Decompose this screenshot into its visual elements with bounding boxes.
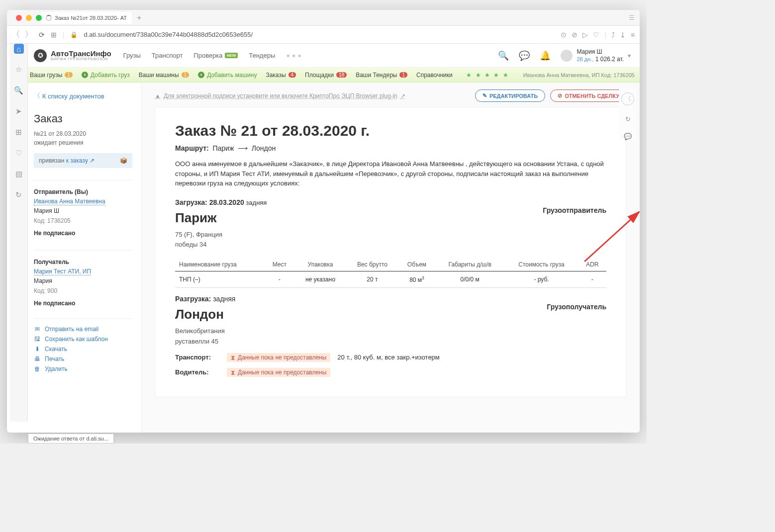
action-delete[interactable]: 🗑Удалить bbox=[34, 365, 132, 372]
subnav-add-cargo[interactable]: + Добавить груз bbox=[82, 72, 130, 79]
recipient-name-link[interactable]: Мария Тест АТИ, ИП bbox=[34, 268, 91, 275]
sender-code: Код: 1736205 bbox=[34, 216, 132, 226]
sidebar-heart-icon[interactable]: ♡ bbox=[14, 148, 24, 158]
recipient-sign-status: Не подписано bbox=[34, 299, 132, 308]
subnav-your-cargo[interactable]: Ваши грузы 1 bbox=[30, 72, 73, 79]
user-balance: 1 026.2 ат. bbox=[595, 56, 624, 63]
recipient-code: Код: 900 bbox=[34, 286, 132, 296]
tab-title: Заказ №21от 28.03.2020- АТ bbox=[55, 15, 127, 21]
user-days: 28 дн., bbox=[577, 56, 593, 62]
header-search-icon[interactable]: 🔍 bbox=[498, 50, 509, 61]
back-icon[interactable]: 〈 bbox=[12, 29, 20, 40]
driver-pending: ⧗Данные пока не предоставлены bbox=[227, 368, 330, 377]
nav-more-icon[interactable]: ● ● ● bbox=[286, 52, 301, 59]
site-logo[interactable]: ✪ АвтоТрансИнфо БИРЖА ГРУЗОПЕРЕВОЗОК bbox=[34, 49, 111, 62]
sender-role-label: Грузоотправитель bbox=[543, 206, 606, 214]
chevron-down-icon: ▾ bbox=[628, 52, 631, 59]
sidebar-search-icon[interactable]: 🔍 bbox=[14, 86, 24, 95]
sidebar-shield-icon[interactable]: ☆ bbox=[14, 65, 24, 75]
back-to-list-link[interactable]: 〈 К списку документов bbox=[34, 91, 132, 100]
document-preamble: ООО анна именуемое в дальнейшем «Заказчи… bbox=[175, 159, 606, 188]
browser-tab[interactable]: Заказ №21от 28.03.2020- АТ bbox=[41, 12, 132, 24]
camera-icon[interactable]: ⊙ bbox=[561, 31, 567, 39]
collapse-right-icon[interactable]: 〈 bbox=[621, 92, 634, 105]
download-icon[interactable]: ⤓ bbox=[620, 31, 626, 39]
order-number: №21 от 28.03.2020 bbox=[34, 129, 132, 138]
plus-icon: + bbox=[198, 72, 204, 78]
block-icon[interactable]: ⊘ bbox=[572, 31, 578, 39]
header-chat-icon[interactable]: 💬 bbox=[519, 50, 530, 61]
apps-grid-icon[interactable]: ⊞ bbox=[51, 31, 57, 39]
crypto-warning-link[interactable]: ▲ Для электронной подписи установите или… bbox=[155, 92, 405, 99]
plus-icon: + bbox=[82, 72, 88, 78]
share-icon[interactable]: ⤴ bbox=[611, 31, 615, 39]
sidebar-history-icon[interactable]: ↻ bbox=[14, 190, 24, 200]
user-menu[interactable]: Мария Ш 28 дн., 1 026.2 ат. ▾ bbox=[561, 48, 631, 63]
lock-icon: 🔒 bbox=[70, 31, 78, 38]
nav-check[interactable]: Проверка NEW bbox=[194, 52, 238, 59]
right-chat-icon[interactable]: 💬 bbox=[624, 133, 632, 140]
recipient-role-label: Грузополучатель bbox=[547, 303, 606, 311]
download-icon: ⬇ bbox=[34, 346, 41, 353]
user-name: Мария Ш bbox=[577, 48, 624, 55]
panel-title: Заказ bbox=[34, 112, 132, 125]
sidebar-list-icon[interactable]: ▤ bbox=[14, 169, 24, 179]
action-download[interactable]: ⬇Скачать bbox=[34, 346, 132, 353]
new-tab-button[interactable]: + bbox=[137, 13, 141, 22]
separator: | bbox=[63, 31, 64, 38]
trash-icon: 🗑 bbox=[34, 365, 41, 372]
action-email[interactable]: ✉Отправить на email bbox=[34, 326, 132, 333]
edit-button[interactable]: ✎РЕДАКТИРОВАТЬ bbox=[475, 89, 545, 102]
warning-icon: ▲ bbox=[155, 92, 161, 99]
window-close-icon[interactable] bbox=[16, 15, 22, 21]
tabs-menu-icon[interactable]: ☰ bbox=[629, 14, 635, 21]
window-max-icon[interactable] bbox=[36, 15, 42, 21]
logo-title: АвтоТрансИнфо bbox=[51, 50, 111, 57]
print-icon: 🖶 bbox=[34, 355, 41, 362]
action-print[interactable]: 🖶Печать bbox=[34, 355, 132, 362]
document-title: Заказ № 21 от 28.03.2020 г. bbox=[175, 122, 606, 139]
loading-spinner-icon bbox=[46, 15, 52, 21]
play-icon[interactable]: ▷ bbox=[582, 31, 588, 39]
sender-label: Отправитель (Вы) bbox=[34, 187, 132, 197]
action-save-template[interactable]: 🖫Сохранить как шаблон bbox=[34, 336, 132, 343]
forward-icon[interactable]: 〉 bbox=[25, 29, 33, 40]
header-bell-icon[interactable]: 🔔 bbox=[540, 50, 551, 61]
subnav-directories[interactable]: Справочники bbox=[416, 72, 453, 79]
save-icon: 🖫 bbox=[34, 336, 41, 343]
transport-pending: ⧗Данные пока не предоставлены bbox=[227, 353, 330, 362]
nav-transport[interactable]: Транспорт bbox=[152, 52, 183, 59]
nav-cargo[interactable]: Грузы bbox=[123, 52, 141, 59]
sidebar-grid-icon[interactable]: ⊞ bbox=[14, 127, 24, 137]
subnav-your-trucks[interactable]: Ваши машины 1 bbox=[139, 72, 189, 79]
reload-icon[interactable]: ⟳ bbox=[39, 31, 45, 39]
right-history-icon[interactable]: ↻ bbox=[625, 115, 631, 123]
linked-order-chip[interactable]: привязан к заказу ↗ 📦 bbox=[34, 153, 132, 168]
pencil-icon: ✎ bbox=[483, 92, 487, 99]
menu-icon[interactable]: ≡ bbox=[631, 31, 635, 39]
sidebar-home-icon[interactable]: ⌂ bbox=[14, 44, 24, 54]
sidebar-send-icon[interactable]: ➤ bbox=[14, 106, 24, 116]
table-row: ТНП (–) - не указано 20 т 80 м3 0/0/0 м … bbox=[175, 271, 606, 288]
box-icon: 📦 bbox=[120, 157, 127, 164]
hourglass-icon: ⧗ bbox=[231, 369, 235, 376]
titlebar: Заказ №21от 28.03.2020- АТ + ☰ bbox=[7, 10, 640, 26]
sender-name-link[interactable]: Иванова Анна Матвеевна bbox=[34, 198, 105, 205]
subnav-platforms[interactable]: Площадки 18 bbox=[305, 72, 347, 79]
subnav-user-info: Иванова Анна Матвеевна, ИП Код: 1736205 bbox=[523, 72, 635, 78]
logo-mark-icon: ✪ bbox=[34, 49, 47, 62]
forbid-icon: ⊘ bbox=[558, 92, 562, 99]
hourglass-icon: ⧗ bbox=[231, 354, 235, 361]
cancel-deal-button[interactable]: ⊘ОТМЕНИТЬ СДЕЛКУ bbox=[550, 89, 627, 102]
address-bar[interactable]: d.ati.su/document/738a00c39e744b04888d5d… bbox=[84, 31, 555, 38]
window-min-icon[interactable] bbox=[26, 15, 32, 21]
subnav-orders[interactable]: Заказы 4 bbox=[266, 72, 296, 79]
subnav-your-tenders[interactable]: Ваши Тендеры 1 bbox=[356, 72, 407, 79]
recipient-label: Получатель bbox=[34, 258, 132, 267]
heart-icon[interactable]: ♡ bbox=[593, 31, 599, 39]
order-status: ожидает решения bbox=[34, 138, 132, 147]
new-badge: NEW bbox=[225, 53, 238, 58]
cargo-table: Наименование груза Мест Упаковка Вес бру… bbox=[175, 258, 606, 288]
subnav-add-truck[interactable]: + Добавить машину bbox=[198, 72, 257, 79]
nav-tenders[interactable]: Тендеры bbox=[249, 52, 275, 59]
